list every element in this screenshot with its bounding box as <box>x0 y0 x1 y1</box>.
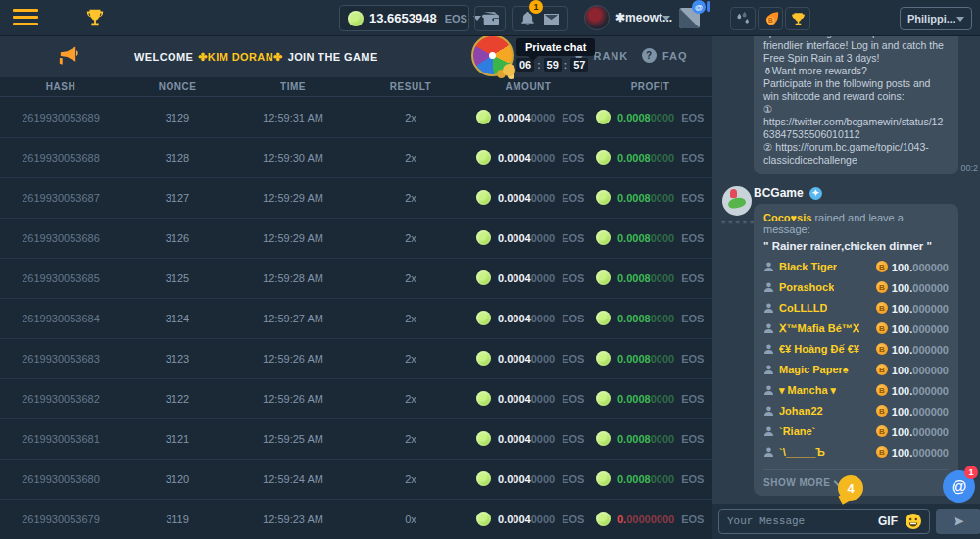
chat-message-admin: ★★★★★ Coco♥sis Admin ❊BC.Game is excited… <box>720 36 958 174</box>
hash-cell: 2619930053689 <box>0 112 122 123</box>
rain-recipient-row[interactable]: Johan22B100.000000 <box>763 402 949 419</box>
header-profit: PROFIT <box>588 81 712 92</box>
eos-coin-icon <box>596 311 611 325</box>
rain-quote: " Rainer rainer,chicken dinner " <box>763 240 949 252</box>
hash-cell: 2619930053686 <box>0 232 122 244</box>
rain-recipient-row[interactable]: Black TigerB100.000000 <box>763 258 949 275</box>
profit-cell: 0.00080000EOS <box>588 230 712 245</box>
send-button[interactable]: ➤ <box>936 509 980 534</box>
hash-cell: 2619930053684 <box>0 313 122 324</box>
rain-button[interactable] <box>730 7 756 30</box>
currency-label: EOS <box>562 272 584 284</box>
rain-amount: 100.000000 <box>892 381 949 399</box>
person-icon <box>763 282 774 293</box>
rain-recipients: Black TigerB100.000000PorashockB100.0000… <box>763 258 949 461</box>
recipient-name: Johan22 <box>779 405 823 416</box>
eos-coin-icon <box>476 311 491 325</box>
currency-label: EOS <box>562 433 584 445</box>
person-icon <box>763 385 774 396</box>
nonce-cell: 3127 <box>122 192 233 204</box>
spin-wheel-icon[interactable] <box>471 34 514 76</box>
nonce-cell: 3121 <box>122 433 233 445</box>
amount-cell: 0.00040000EOS <box>468 512 588 526</box>
chat-sidebar: ★★★★★ tagal pa pala 00:18 ★★★★★ Coco♥sis… <box>712 36 980 539</box>
amount-cell: 0.00040000EOS <box>468 150 588 165</box>
chat-username[interactable]: BCGame <box>754 186 804 200</box>
time-cell: 12:59:24 AM <box>233 473 353 485</box>
currency-label: EOS <box>562 192 584 204</box>
result-cell: 2x <box>353 112 468 123</box>
rain-recipient-row[interactable]: `\_____ЪB100.000000 <box>763 443 949 461</box>
trophy-icon <box>790 11 807 27</box>
result-cell: 2x <box>353 152 468 164</box>
avatar[interactable] <box>722 186 752 216</box>
profit-cell: 0.00080000EOS <box>588 391 712 406</box>
profit-cell: 0.00080000EOS <box>588 150 712 165</box>
hash-cell: 2619930053685 <box>0 272 122 284</box>
faq-button[interactable]: ? FAQ <box>642 48 688 63</box>
region-selector[interactable]: Philippi... <box>900 7 972 30</box>
rain-recipient-row[interactable]: PorashockB100.000000 <box>763 278 949 296</box>
chevron-down-icon[interactable] <box>662 16 670 21</box>
rain-recipient-row[interactable]: Ⅹ™Mafia Bé™ⅩB100.000000 <box>763 319 949 337</box>
time-cell: 12:59:25 AM <box>233 433 353 445</box>
contest-trophy-button[interactable] <box>785 7 810 30</box>
rain-recipient-row[interactable]: ▾ Mancha ▾B100.000000 <box>763 381 949 399</box>
eos-coin-icon <box>476 431 491 446</box>
message-text: ❊BC.Game is excited to announce our bran… <box>763 36 949 167</box>
rain-recipient-row[interactable]: Magic Paper♠B100.000000 <box>763 361 949 378</box>
eos-coin-icon <box>596 471 611 486</box>
profit-cell: 0.00080000EOS <box>588 270 712 285</box>
welcome-message: WELCOME ✤KIM DORAN✤ JOIN THE GAME <box>134 36 378 77</box>
scrollbar-thumb[interactable] <box>707 1 710 12</box>
rain-recipient-row[interactable]: `Riane`B100.000000 <box>763 422 949 440</box>
rain-icon <box>735 12 751 25</box>
bell-icon[interactable] <box>521 12 534 25</box>
currency-label: EOS <box>681 232 704 244</box>
nonce-cell: 3123 <box>122 353 233 365</box>
amount-cell: 0.00040000EOS <box>468 391 588 406</box>
currency-label: EOS <box>681 152 704 164</box>
eos-coin-icon <box>476 351 491 366</box>
hash-cell: 2619930053683 <box>0 353 122 365</box>
bc-game-app: 13.6653948 EOS 1 ✱meowt... @ B Philippi.… <box>0 0 980 539</box>
balance-selector[interactable]: 13.6653948 EOS <box>339 5 469 31</box>
mail-icon[interactable] <box>544 14 559 24</box>
faq-label: FAQ <box>662 50 688 62</box>
fireball-button[interactable]: B <box>758 7 783 30</box>
message-input[interactable] <box>727 515 870 527</box>
time-cell: 12:59:23 AM <box>233 514 353 525</box>
table-row: 2619930053682312212:59:26 AM2x0.00040000… <box>0 378 712 418</box>
rain-intro: Coco♥sis rained and leave a message: <box>763 212 949 235</box>
person-icon <box>763 344 774 355</box>
wallet-button[interactable] <box>474 6 506 31</box>
hash-cell: 2619930053682 <box>0 393 122 405</box>
rain-recipient-row[interactable]: €¥ Hoàng Đế €¥B100.000000 <box>763 340 949 358</box>
welcome-suffix: JOIN THE GAME <box>288 51 378 63</box>
rain-recipient-row[interactable]: CoLLLLDB100.000000 <box>763 299 949 317</box>
currency-label: EOS <box>681 393 704 405</box>
trophy-icon[interactable] <box>84 7 106 28</box>
emoji-button[interactable] <box>906 514 921 529</box>
gif-button[interactable]: GIF <box>878 514 898 528</box>
currency-label: EOS <box>681 112 704 123</box>
message-bubble: Coco♥sis rained and leave a message: " R… <box>754 204 958 496</box>
new-messages-badge[interactable]: 4 <box>838 475 863 501</box>
currency-label: EOS <box>562 353 584 365</box>
coin-icon: B <box>876 261 888 272</box>
menu-icon[interactable] <box>13 9 38 27</box>
header-hash: HASH <box>0 81 122 92</box>
currency-label: EOS <box>681 433 704 445</box>
avatar[interactable] <box>584 5 610 30</box>
coin-icon: B <box>876 364 888 375</box>
mention-count-badge: 1 <box>964 466 978 479</box>
header-amount: AMOUNT <box>468 81 588 92</box>
result-cell: 0x <box>353 514 468 525</box>
mention-button[interactable]: @ 1 <box>943 470 975 503</box>
coin-icon: B <box>876 322 888 334</box>
nonce-cell: 3120 <box>122 473 233 485</box>
table-row: 2619930053688312812:59:30 AM2x0.00040000… <box>0 137 712 177</box>
coin-icon: B <box>876 446 888 458</box>
chat-input-bar: GIF ➤ <box>712 504 980 539</box>
private-chat-tooltip: Private chat <box>516 38 595 56</box>
